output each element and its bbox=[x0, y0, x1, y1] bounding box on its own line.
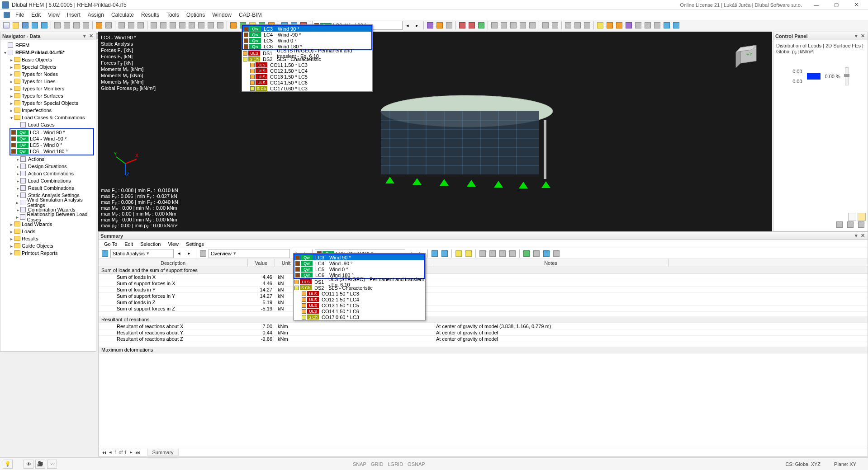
cp-bottom-1[interactable] bbox=[835, 220, 844, 229]
dd-item[interactable]: QwLC5Wind 0 ° bbox=[243, 38, 371, 43]
table-row[interactable]: Sum of support forces in X4.46kN bbox=[99, 280, 868, 287]
tb-print[interactable] bbox=[72, 21, 81, 30]
tree-row[interactable]: ▾RFEM-Priklad-04.rf5* bbox=[0, 49, 96, 56]
sum-tb-c[interactable] bbox=[454, 249, 463, 258]
menu-cadbim[interactable]: CAD-BIM bbox=[235, 11, 266, 19]
tb-save[interactable] bbox=[21, 21, 30, 30]
tb-win2[interactable] bbox=[159, 21, 168, 30]
tb-d2[interactable] bbox=[499, 21, 508, 30]
tb-e2[interactable] bbox=[550, 21, 560, 30]
tb-grid2[interactable] bbox=[206, 21, 215, 30]
summary-grid[interactable]: DescriptionValueUnitNotesSum of loads an… bbox=[99, 259, 868, 448]
pager-first[interactable]: ⏮ bbox=[101, 450, 106, 455]
tree-row[interactable]: ▸Printout Reports bbox=[0, 249, 96, 257]
loadcase-item[interactable]: QwLC5 - Wind 0 ° bbox=[10, 142, 93, 148]
osnap-toggle[interactable]: OSNAP bbox=[408, 461, 425, 467]
tree-row[interactable]: ▸Results bbox=[0, 235, 96, 242]
tree-row[interactable]: ▸Guide Objects bbox=[0, 242, 96, 249]
table-row[interactable]: Resultant of reactions about Z-9.66kNmAt… bbox=[99, 336, 868, 342]
summary-pin-icon[interactable]: ▾ bbox=[853, 233, 859, 239]
sb-line-icon[interactable]: 〰 bbox=[47, 460, 57, 469]
tb-preview[interactable] bbox=[81, 21, 90, 30]
tree-row[interactable]: ▸Wind Simulation Analysis Settings bbox=[0, 199, 96, 206]
dd-item[interactable]: S ChDS2SLS - Characteristic bbox=[294, 285, 425, 291]
dd-item[interactable]: ULSCO131.50 * LC5 bbox=[242, 74, 372, 80]
tb-f2[interactable] bbox=[573, 21, 582, 30]
cp-bottom-3[interactable] bbox=[857, 220, 866, 229]
tree-row[interactable]: RFEM bbox=[0, 42, 96, 49]
tree-row[interactable]: ▸Special Objects bbox=[0, 63, 96, 70]
menu-window[interactable]: Window bbox=[209, 11, 235, 19]
dd-item[interactable]: ULSCO111.50 * LC3 bbox=[242, 62, 372, 68]
tree-row[interactable]: ▸Action Combinations bbox=[0, 170, 96, 177]
tb-g2[interactable] bbox=[605, 21, 614, 30]
tb-views3[interactable] bbox=[136, 21, 145, 30]
tb-d5[interactable] bbox=[528, 21, 537, 30]
dd-item[interactable]: S ChCO170.60 * LC3 bbox=[242, 85, 372, 91]
tb-next[interactable]: ▸ bbox=[413, 21, 422, 30]
tree-row[interactable]: ▸Types for Members bbox=[0, 85, 96, 92]
table-row[interactable]: Sum of loads in Z-5.19kN bbox=[99, 299, 868, 306]
pager-last[interactable]: ⏭ bbox=[135, 450, 140, 455]
dd-item[interactable]: QwLC3Wind 90 ° bbox=[243, 26, 371, 32]
menu-edit[interactable]: Edit bbox=[28, 11, 44, 19]
tb-f3[interactable] bbox=[583, 21, 592, 30]
loadcase-item[interactable]: QwLC6 - Wind 180 ° bbox=[10, 148, 93, 155]
tb-iso2[interactable] bbox=[435, 21, 444, 30]
tb-calc2[interactable] bbox=[104, 21, 113, 30]
dd-item[interactable]: ULSCO141.50 * LC6 bbox=[294, 308, 425, 314]
dd-item[interactable]: ULSDS1ULS (STR/GEO) - Permanent and tran… bbox=[242, 50, 372, 56]
sum-tb-b[interactable] bbox=[440, 249, 449, 258]
sum-prev1[interactable]: ◂ bbox=[175, 249, 184, 258]
sum-tb-g[interactable] bbox=[498, 249, 507, 258]
table-row[interactable]: Sum of support forces in Z-5.19kN bbox=[99, 306, 868, 312]
dd-item[interactable]: ULSCO111.50 * LC3 bbox=[294, 291, 425, 296]
tb-grid3[interactable] bbox=[216, 21, 225, 30]
menu-file[interactable]: File bbox=[12, 11, 28, 19]
tb-grid[interactable] bbox=[197, 21, 206, 30]
col-header[interactable]: Description bbox=[99, 259, 248, 267]
tree-row[interactable]: ▸Result Combinations bbox=[0, 184, 96, 192]
tree-row[interactable]: ▸Types for Special Objects bbox=[0, 99, 96, 107]
viewcube[interactable]: +Y bbox=[731, 41, 763, 72]
tb-g3[interactable] bbox=[615, 21, 624, 30]
tb-d3[interactable] bbox=[509, 21, 518, 30]
sum-tb-a[interactable] bbox=[430, 249, 439, 258]
sum-tb-k[interactable] bbox=[542, 249, 551, 258]
summary-close-icon[interactable]: ✕ bbox=[859, 233, 866, 239]
tb-g6[interactable] bbox=[643, 21, 652, 30]
dd-item[interactable]: ULSCO131.50 * LC5 bbox=[294, 302, 425, 308]
dd-item[interactable]: S ChCO170.60 * LC3 bbox=[294, 314, 425, 320]
tb-ax1[interactable] bbox=[458, 21, 467, 30]
tb-d4[interactable] bbox=[518, 21, 527, 30]
tb-e1[interactable] bbox=[541, 21, 550, 30]
tree-row[interactable]: ▸Basic Objects bbox=[0, 56, 96, 63]
tree-row[interactable]: Load Cases bbox=[0, 121, 96, 128]
tree-row[interactable]: ▸Types for Lines bbox=[0, 78, 96, 85]
menu-view[interactable]: View bbox=[44, 11, 63, 19]
tree-row[interactable]: ▸Types for Surfaces bbox=[0, 92, 96, 99]
cp-close-icon[interactable]: ✕ bbox=[859, 33, 866, 39]
table-row[interactable]: Resultant of reactions about Y0.44kNmAt … bbox=[99, 329, 868, 336]
menu-assign[interactable]: Assign bbox=[84, 11, 108, 19]
pager-tab[interactable]: Summary bbox=[147, 449, 179, 456]
dd-item[interactable]: ULSCO141.50 * LC6 bbox=[242, 80, 372, 85]
sb-tip-icon[interactable]: 💡 bbox=[3, 460, 13, 469]
pager-prev[interactable]: ◂ bbox=[109, 449, 112, 455]
tb-g4[interactable] bbox=[624, 21, 633, 30]
table-row[interactable]: Sum of support forces in Y14.27kN bbox=[99, 293, 868, 299]
tb-win5[interactable] bbox=[187, 21, 196, 30]
maximize-button[interactable]: ▢ bbox=[826, 0, 846, 10]
snap-toggle[interactable]: SNAP bbox=[353, 461, 366, 467]
dd-item[interactable]: ULSDS1ULS (STR/GEO) - Permanent and tran… bbox=[294, 279, 425, 285]
tb-g8[interactable] bbox=[662, 21, 671, 30]
sum-tb-h[interactable] bbox=[508, 249, 517, 258]
tree-row[interactable]: ▸Load Combinations bbox=[0, 177, 96, 184]
tb-views1[interactable] bbox=[117, 21, 126, 30]
summary-loadcase-dropdown[interactable]: QwLC3Wind 90 °QwLC4Wind -90 °QwLC5Wind 0… bbox=[293, 253, 426, 320]
tree-row[interactable]: ▸Imperfections bbox=[0, 107, 96, 114]
tb-g9[interactable] bbox=[672, 21, 681, 30]
tb-iso3[interactable] bbox=[445, 21, 454, 30]
tb-g1[interactable] bbox=[596, 21, 605, 30]
cp-bottom-2[interactable] bbox=[846, 220, 855, 229]
